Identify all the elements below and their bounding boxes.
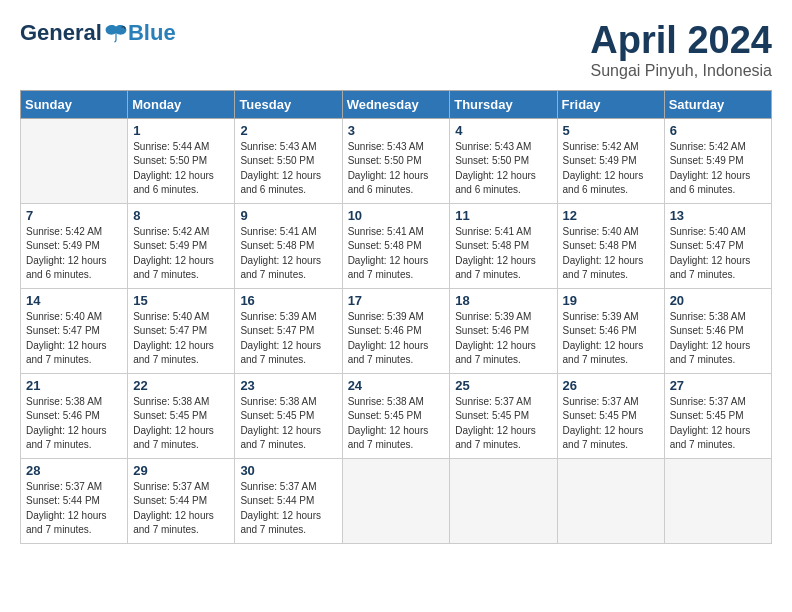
logo: General Blue — [20, 20, 176, 46]
day-number: 3 — [348, 123, 445, 138]
day-number: 4 — [455, 123, 551, 138]
day-info: Sunrise: 5:41 AM Sunset: 5:48 PM Dayligh… — [240, 225, 336, 283]
calendar-cell: 24Sunrise: 5:38 AM Sunset: 5:45 PM Dayli… — [342, 373, 450, 458]
week-row-2: 7Sunrise: 5:42 AM Sunset: 5:49 PM Daylig… — [21, 203, 772, 288]
logo-general: General — [20, 20, 102, 46]
day-number: 30 — [240, 463, 336, 478]
calendar-cell: 13Sunrise: 5:40 AM Sunset: 5:47 PM Dayli… — [664, 203, 771, 288]
day-number: 28 — [26, 463, 122, 478]
day-number: 23 — [240, 378, 336, 393]
calendar-cell: 22Sunrise: 5:38 AM Sunset: 5:45 PM Dayli… — [128, 373, 235, 458]
day-number: 16 — [240, 293, 336, 308]
calendar-cell: 9Sunrise: 5:41 AM Sunset: 5:48 PM Daylig… — [235, 203, 342, 288]
day-number: 7 — [26, 208, 122, 223]
day-info: Sunrise: 5:37 AM Sunset: 5:44 PM Dayligh… — [133, 480, 229, 538]
calendar-cell: 1Sunrise: 5:44 AM Sunset: 5:50 PM Daylig… — [128, 118, 235, 203]
day-info: Sunrise: 5:38 AM Sunset: 5:46 PM Dayligh… — [26, 395, 122, 453]
day-info: Sunrise: 5:39 AM Sunset: 5:46 PM Dayligh… — [563, 310, 659, 368]
day-number: 21 — [26, 378, 122, 393]
day-info: Sunrise: 5:38 AM Sunset: 5:45 PM Dayligh… — [240, 395, 336, 453]
day-info: Sunrise: 5:42 AM Sunset: 5:49 PM Dayligh… — [133, 225, 229, 283]
day-number: 18 — [455, 293, 551, 308]
day-number: 1 — [133, 123, 229, 138]
day-number: 10 — [348, 208, 445, 223]
week-row-4: 21Sunrise: 5:38 AM Sunset: 5:46 PM Dayli… — [21, 373, 772, 458]
calendar-table: SundayMondayTuesdayWednesdayThursdayFrid… — [20, 90, 772, 544]
calendar-cell: 27Sunrise: 5:37 AM Sunset: 5:45 PM Dayli… — [664, 373, 771, 458]
calendar-cell: 30Sunrise: 5:37 AM Sunset: 5:44 PM Dayli… — [235, 458, 342, 543]
day-number: 27 — [670, 378, 766, 393]
day-number: 13 — [670, 208, 766, 223]
day-info: Sunrise: 5:37 AM Sunset: 5:45 PM Dayligh… — [563, 395, 659, 453]
day-number: 17 — [348, 293, 445, 308]
day-info: Sunrise: 5:42 AM Sunset: 5:49 PM Dayligh… — [26, 225, 122, 283]
location: Sungai Pinyuh, Indonesia — [590, 62, 772, 80]
calendar-cell: 4Sunrise: 5:43 AM Sunset: 5:50 PM Daylig… — [450, 118, 557, 203]
day-info: Sunrise: 5:43 AM Sunset: 5:50 PM Dayligh… — [240, 140, 336, 198]
calendar-cell — [664, 458, 771, 543]
day-info: Sunrise: 5:37 AM Sunset: 5:45 PM Dayligh… — [455, 395, 551, 453]
calendar-cell: 16Sunrise: 5:39 AM Sunset: 5:47 PM Dayli… — [235, 288, 342, 373]
weekday-header-friday: Friday — [557, 90, 664, 118]
calendar-cell: 21Sunrise: 5:38 AM Sunset: 5:46 PM Dayli… — [21, 373, 128, 458]
day-info: Sunrise: 5:43 AM Sunset: 5:50 PM Dayligh… — [348, 140, 445, 198]
day-info: Sunrise: 5:37 AM Sunset: 5:44 PM Dayligh… — [26, 480, 122, 538]
day-number: 8 — [133, 208, 229, 223]
day-number: 14 — [26, 293, 122, 308]
calendar-cell: 18Sunrise: 5:39 AM Sunset: 5:46 PM Dayli… — [450, 288, 557, 373]
week-row-3: 14Sunrise: 5:40 AM Sunset: 5:47 PM Dayli… — [21, 288, 772, 373]
calendar-cell: 25Sunrise: 5:37 AM Sunset: 5:45 PM Dayli… — [450, 373, 557, 458]
day-info: Sunrise: 5:37 AM Sunset: 5:45 PM Dayligh… — [670, 395, 766, 453]
calendar-cell: 19Sunrise: 5:39 AM Sunset: 5:46 PM Dayli… — [557, 288, 664, 373]
calendar-cell: 14Sunrise: 5:40 AM Sunset: 5:47 PM Dayli… — [21, 288, 128, 373]
day-info: Sunrise: 5:39 AM Sunset: 5:46 PM Dayligh… — [455, 310, 551, 368]
calendar-cell: 28Sunrise: 5:37 AM Sunset: 5:44 PM Dayli… — [21, 458, 128, 543]
calendar-cell: 8Sunrise: 5:42 AM Sunset: 5:49 PM Daylig… — [128, 203, 235, 288]
calendar-cell: 15Sunrise: 5:40 AM Sunset: 5:47 PM Dayli… — [128, 288, 235, 373]
calendar-cell: 26Sunrise: 5:37 AM Sunset: 5:45 PM Dayli… — [557, 373, 664, 458]
day-number: 9 — [240, 208, 336, 223]
day-number: 6 — [670, 123, 766, 138]
day-info: Sunrise: 5:40 AM Sunset: 5:47 PM Dayligh… — [670, 225, 766, 283]
day-info: Sunrise: 5:38 AM Sunset: 5:45 PM Dayligh… — [348, 395, 445, 453]
day-info: Sunrise: 5:38 AM Sunset: 5:46 PM Dayligh… — [670, 310, 766, 368]
month-title: April 2024 — [590, 20, 772, 62]
day-number: 19 — [563, 293, 659, 308]
day-info: Sunrise: 5:43 AM Sunset: 5:50 PM Dayligh… — [455, 140, 551, 198]
calendar-cell — [450, 458, 557, 543]
day-number: 20 — [670, 293, 766, 308]
week-row-5: 28Sunrise: 5:37 AM Sunset: 5:44 PM Dayli… — [21, 458, 772, 543]
calendar-cell: 12Sunrise: 5:40 AM Sunset: 5:48 PM Dayli… — [557, 203, 664, 288]
logo-blue: Blue — [128, 20, 176, 46]
calendar-cell: 7Sunrise: 5:42 AM Sunset: 5:49 PM Daylig… — [21, 203, 128, 288]
weekday-header-saturday: Saturday — [664, 90, 771, 118]
weekday-header-monday: Monday — [128, 90, 235, 118]
calendar-cell: 17Sunrise: 5:39 AM Sunset: 5:46 PM Dayli… — [342, 288, 450, 373]
day-info: Sunrise: 5:42 AM Sunset: 5:49 PM Dayligh… — [670, 140, 766, 198]
calendar-cell: 23Sunrise: 5:38 AM Sunset: 5:45 PM Dayli… — [235, 373, 342, 458]
weekday-header-sunday: Sunday — [21, 90, 128, 118]
day-number: 25 — [455, 378, 551, 393]
day-number: 5 — [563, 123, 659, 138]
page-header: General Blue April 2024 Sungai Pinyuh, I… — [20, 20, 772, 80]
day-info: Sunrise: 5:41 AM Sunset: 5:48 PM Dayligh… — [348, 225, 445, 283]
day-info: Sunrise: 5:44 AM Sunset: 5:50 PM Dayligh… — [133, 140, 229, 198]
calendar-cell — [342, 458, 450, 543]
day-info: Sunrise: 5:38 AM Sunset: 5:45 PM Dayligh… — [133, 395, 229, 453]
calendar-cell: 2Sunrise: 5:43 AM Sunset: 5:50 PM Daylig… — [235, 118, 342, 203]
day-info: Sunrise: 5:39 AM Sunset: 5:46 PM Dayligh… — [348, 310, 445, 368]
day-info: Sunrise: 5:39 AM Sunset: 5:47 PM Dayligh… — [240, 310, 336, 368]
day-number: 24 — [348, 378, 445, 393]
day-info: Sunrise: 5:42 AM Sunset: 5:49 PM Dayligh… — [563, 140, 659, 198]
day-info: Sunrise: 5:37 AM Sunset: 5:44 PM Dayligh… — [240, 480, 336, 538]
calendar-cell: 6Sunrise: 5:42 AM Sunset: 5:49 PM Daylig… — [664, 118, 771, 203]
day-number: 11 — [455, 208, 551, 223]
title-block: April 2024 Sungai Pinyuh, Indonesia — [590, 20, 772, 80]
day-number: 12 — [563, 208, 659, 223]
week-row-1: 1Sunrise: 5:44 AM Sunset: 5:50 PM Daylig… — [21, 118, 772, 203]
calendar-cell — [21, 118, 128, 203]
calendar-cell: 20Sunrise: 5:38 AM Sunset: 5:46 PM Dayli… — [664, 288, 771, 373]
day-info: Sunrise: 5:40 AM Sunset: 5:47 PM Dayligh… — [133, 310, 229, 368]
day-number: 15 — [133, 293, 229, 308]
day-number: 22 — [133, 378, 229, 393]
